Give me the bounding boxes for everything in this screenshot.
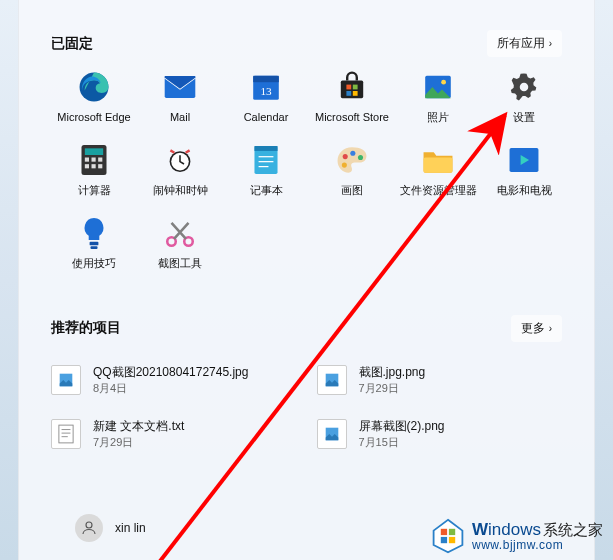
image-file-icon bbox=[51, 365, 81, 395]
recommended-grid: QQ截图20210804172745.jpg8月4日截图.jpg.png7月29… bbox=[51, 360, 562, 454]
app-tile-calculator[interactable]: 计算器 bbox=[51, 142, 137, 197]
recommended-title: 推荐的项目 bbox=[51, 319, 121, 337]
reco-file-name: QQ截图20210804172745.jpg bbox=[93, 364, 248, 381]
text-file-icon bbox=[51, 419, 81, 449]
app-label: 闹钟和时钟 bbox=[153, 184, 208, 197]
app-label: 电影和电视 bbox=[497, 184, 552, 197]
image-file-icon bbox=[317, 365, 347, 395]
image-file-icon bbox=[317, 419, 347, 449]
explorer-icon bbox=[420, 142, 456, 178]
edge-icon bbox=[76, 69, 112, 105]
tips-icon bbox=[76, 215, 112, 251]
movies-icon bbox=[506, 142, 542, 178]
svg-rect-42 bbox=[59, 425, 73, 443]
svg-rect-8 bbox=[346, 91, 351, 96]
svg-rect-35 bbox=[90, 247, 97, 250]
app-label: 使用技巧 bbox=[72, 257, 116, 270]
app-tile-notepad[interactable]: 记事本 bbox=[223, 142, 309, 197]
app-label: 计算器 bbox=[78, 184, 111, 197]
photos-icon bbox=[420, 69, 456, 105]
more-button[interactable]: 更多 › bbox=[511, 315, 562, 342]
notepad-icon bbox=[248, 142, 284, 178]
user-avatar-icon bbox=[75, 514, 103, 542]
app-tile-tips[interactable]: 使用技巧 bbox=[51, 215, 137, 270]
svg-rect-15 bbox=[85, 158, 89, 162]
app-label: 设置 bbox=[513, 111, 535, 124]
reco-file-name: 截图.jpg.png bbox=[359, 364, 426, 381]
reco-file-name: 新建 文本文档.txt bbox=[93, 418, 184, 435]
svg-rect-32 bbox=[424, 158, 453, 173]
chevron-right-icon: › bbox=[549, 38, 552, 49]
svg-rect-14 bbox=[85, 149, 103, 156]
app-tile-msstore[interactable]: Microsoft Store bbox=[309, 69, 395, 124]
svg-rect-24 bbox=[254, 146, 277, 151]
pinned-header: 已固定 所有应用 › bbox=[51, 0, 562, 69]
svg-point-12 bbox=[520, 83, 529, 92]
all-apps-button[interactable]: 所有应用 › bbox=[487, 30, 562, 57]
alarms-icon bbox=[162, 142, 198, 178]
app-label: 记事本 bbox=[250, 184, 283, 197]
pinned-grid: Microsoft EdgeMail13CalendarMicrosoft St… bbox=[51, 69, 562, 271]
svg-rect-20 bbox=[98, 164, 102, 168]
app-tile-alarms[interactable]: 闹钟和时钟 bbox=[137, 142, 223, 197]
svg-point-31 bbox=[342, 163, 347, 168]
reco-item[interactable]: QQ截图20210804172745.jpg8月4日 bbox=[51, 360, 297, 400]
reco-file-date: 8月4日 bbox=[93, 381, 248, 396]
app-label: 文件资源管理器 bbox=[400, 184, 477, 197]
app-tile-mail[interactable]: Mail bbox=[137, 69, 223, 124]
settings-icon bbox=[506, 69, 542, 105]
app-tile-snip[interactable]: 截图工具 bbox=[137, 215, 223, 270]
snip-icon bbox=[162, 215, 198, 251]
svg-rect-17 bbox=[98, 158, 102, 162]
svg-rect-16 bbox=[92, 158, 96, 162]
svg-point-30 bbox=[358, 155, 363, 160]
svg-point-11 bbox=[441, 80, 446, 85]
svg-point-48 bbox=[86, 522, 92, 528]
app-label: 照片 bbox=[427, 111, 449, 124]
chevron-right-icon: › bbox=[549, 323, 552, 334]
svg-rect-7 bbox=[353, 85, 358, 90]
reco-file-date: 7月29日 bbox=[359, 381, 426, 396]
svg-point-28 bbox=[343, 154, 348, 159]
start-menu-panel: 已固定 所有应用 › Microsoft EdgeMail13CalendarM… bbox=[18, 0, 595, 560]
app-label: Mail bbox=[170, 111, 190, 124]
paint-icon bbox=[334, 142, 370, 178]
svg-text:13: 13 bbox=[260, 85, 272, 97]
svg-rect-34 bbox=[90, 242, 99, 246]
app-tile-photos[interactable]: 照片 bbox=[395, 69, 481, 124]
calendar-icon: 13 bbox=[248, 69, 284, 105]
app-label: Microsoft Store bbox=[315, 111, 389, 124]
calculator-icon bbox=[76, 142, 112, 178]
app-label: 截图工具 bbox=[158, 257, 202, 270]
msstore-icon bbox=[334, 69, 370, 105]
app-label: 画图 bbox=[341, 184, 363, 197]
svg-point-29 bbox=[350, 151, 355, 156]
app-tile-explorer[interactable]: 文件资源管理器 bbox=[395, 142, 481, 197]
svg-rect-18 bbox=[85, 164, 89, 168]
mail-icon bbox=[162, 69, 198, 105]
app-label: Microsoft Edge bbox=[57, 111, 130, 124]
reco-file-date: 7月15日 bbox=[359, 435, 445, 450]
reco-file-name: 屏幕截图(2).png bbox=[359, 418, 445, 435]
more-label: 更多 bbox=[521, 320, 545, 337]
app-tile-edge[interactable]: Microsoft Edge bbox=[51, 69, 137, 124]
app-tile-paint[interactable]: 画图 bbox=[309, 142, 395, 197]
svg-rect-6 bbox=[346, 85, 351, 90]
reco-item[interactable]: 截图.jpg.png7月29日 bbox=[317, 360, 563, 400]
svg-rect-5 bbox=[341, 81, 363, 99]
all-apps-label: 所有应用 bbox=[497, 35, 545, 52]
svg-rect-3 bbox=[253, 76, 279, 82]
pinned-title: 已固定 bbox=[51, 35, 93, 53]
reco-item[interactable]: 新建 文本文档.txt7月29日 bbox=[51, 414, 297, 454]
svg-rect-19 bbox=[92, 164, 96, 168]
app-label: Calendar bbox=[244, 111, 289, 124]
reco-item[interactable]: 屏幕截图(2).png7月15日 bbox=[317, 414, 563, 454]
reco-file-date: 7月29日 bbox=[93, 435, 184, 450]
user-account-button[interactable]: xin lin bbox=[75, 514, 146, 542]
svg-rect-9 bbox=[353, 91, 358, 96]
recommended-header: 推荐的项目 更多 › bbox=[51, 271, 562, 354]
app-tile-settings[interactable]: 设置 bbox=[481, 69, 567, 124]
app-tile-calendar[interactable]: 13Calendar bbox=[223, 69, 309, 124]
app-tile-movies[interactable]: 电影和电视 bbox=[481, 142, 567, 197]
user-name-label: xin lin bbox=[115, 521, 146, 535]
